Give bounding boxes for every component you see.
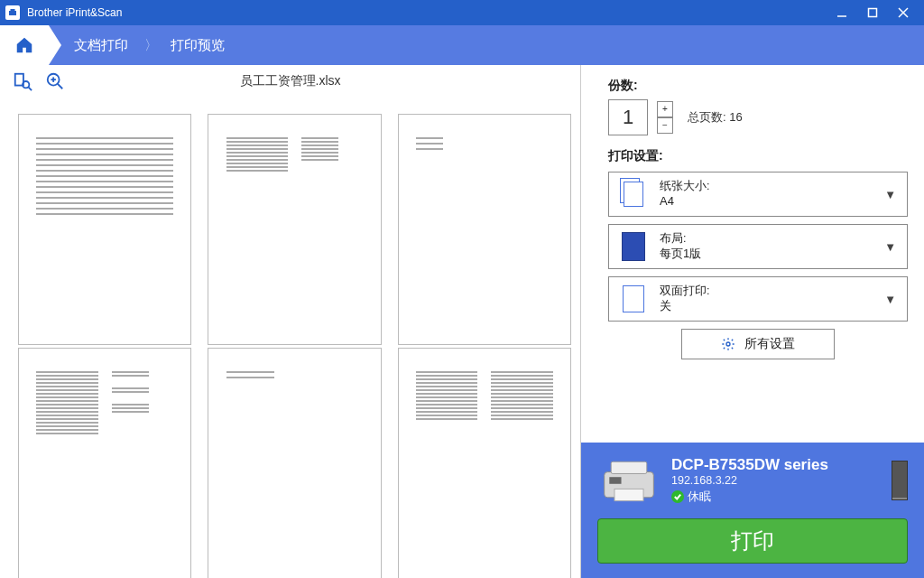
duplex-title: 双面打印: (660, 284, 709, 298)
svg-rect-3 (869, 9, 877, 17)
svg-rect-1 (11, 9, 15, 12)
titlebar-title: Brother iPrint&Scan (27, 6, 827, 19)
copies-increase-button[interactable]: + (657, 101, 673, 117)
duplex-icon (618, 282, 649, 316)
total-pages-label: 总页数: 16 (688, 109, 743, 126)
titlebar: Brother iPrint&Scan (0, 0, 924, 25)
svg-point-13 (726, 342, 730, 346)
page-thumb[interactable] (208, 114, 381, 345)
print-settings-heading: 打印设置: (608, 148, 908, 164)
breadcrumb-separator-icon: 〉 (144, 37, 158, 54)
ink-level-icon (892, 461, 908, 500)
breadcrumb-item-2: 打印预览 (158, 37, 241, 54)
copies-label: 份数: (608, 78, 908, 94)
svg-rect-17 (609, 477, 621, 484)
page-thumb[interactable] (18, 348, 191, 578)
minimize-button[interactable] (827, 4, 857, 22)
chevron-down-icon: ▼ (884, 188, 896, 201)
zoom-in-button[interactable] (43, 70, 67, 93)
page-thumb[interactable] (18, 114, 191, 345)
printer-panel[interactable]: DCP-B7535DW series 192.168.3.22 休眠 (581, 443, 924, 518)
home-button[interactable] (0, 25, 49, 65)
layout-value: 每页1版 (660, 247, 701, 262)
page-thumb[interactable] (208, 348, 381, 578)
layout-icon (618, 229, 649, 264)
layout-row[interactable]: 布局: 每页1版 ▼ (608, 224, 908, 269)
duplex-value: 关 (660, 299, 709, 314)
chevron-down-icon: ▼ (884, 240, 896, 254)
zoom-fit-button[interactable] (11, 70, 34, 93)
printer-icon (597, 455, 661, 506)
paper-size-title: 纸张大小: (660, 179, 709, 193)
svg-rect-16 (614, 489, 643, 500)
all-settings-label: 所有设置 (744, 336, 795, 352)
paper-size-row[interactable]: 纸张大小: A4 ▼ (608, 172, 908, 217)
page-thumb[interactable] (398, 348, 571, 578)
layout-title: 布局: (660, 231, 701, 246)
duplex-row[interactable]: 双面打印: 关 ▼ (608, 276, 908, 322)
status-ok-icon (671, 490, 684, 503)
svg-line-8 (28, 87, 32, 90)
printer-status-text: 休眠 (688, 489, 711, 505)
preview-pane: 员工工资管理.xlsx (0, 65, 581, 578)
printer-ip: 192.168.3.22 (671, 474, 881, 487)
all-settings-button[interactable]: 所有设置 (681, 329, 835, 359)
svg-rect-15 (611, 461, 647, 473)
preview-toolbar: 员工工资管理.xlsx (0, 65, 580, 98)
copies-decrease-button[interactable]: − (657, 117, 673, 134)
page-thumb[interactable] (398, 114, 571, 345)
copies-stepper: + − (657, 101, 673, 134)
svg-line-10 (58, 84, 63, 89)
paper-icon (618, 177, 649, 211)
filename-label: 员工工资管理.xlsx (0, 73, 580, 89)
printer-name: DCP-B7535DW series (671, 456, 881, 474)
settings-pane: 份数: + − 总页数: 16 打印设置: 纸张大小: A4 ▼ (581, 65, 924, 578)
close-button[interactable] (888, 4, 919, 22)
print-button[interactable]: 打印 (597, 518, 908, 564)
gear-icon (721, 337, 735, 351)
chevron-down-icon: ▼ (884, 293, 896, 306)
copies-input[interactable] (608, 99, 648, 135)
preview-grid[interactable] (0, 98, 580, 578)
paper-size-value: A4 (660, 194, 709, 210)
breadcrumb-item-1[interactable]: 文档打印 (49, 37, 144, 54)
app-icon (5, 5, 20, 20)
maximize-button[interactable] (857, 4, 888, 22)
navbar: 文档打印 〉 打印预览 (0, 25, 924, 65)
